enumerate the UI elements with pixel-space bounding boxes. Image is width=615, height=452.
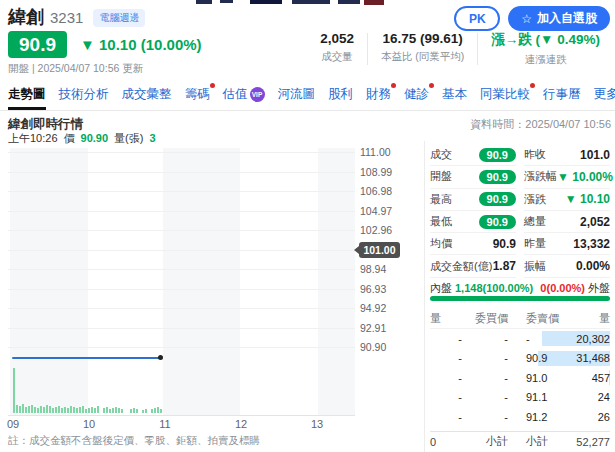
chart-x-axis-line (8, 415, 355, 416)
quote-row: 成交90.9 (430, 144, 516, 166)
volume-bar (109, 409, 111, 413)
ask-price: 91.2 (508, 411, 560, 423)
industry-badge[interactable]: 電腦週邊 (93, 9, 145, 27)
new-badge-dot (530, 83, 535, 88)
tab-籌碼[interactable]: 籌碼 (185, 86, 210, 110)
cutoff-nav-fragment (292, 0, 330, 4)
chart-hour-band (10, 148, 88, 415)
tab-走勢圖[interactable]: 走勢圖 (8, 86, 46, 110)
tab-估值[interactable]: 估值VIP (223, 86, 265, 110)
volume-bar (112, 408, 114, 413)
quote-row: 最高90.9 (430, 189, 516, 211)
volume-bar (46, 405, 48, 413)
ask-price: 91.1 (508, 391, 560, 403)
y-axis-tick: 102.96 (360, 224, 392, 236)
quote-row-label: 成交金額(億) (430, 259, 492, 274)
quote-row: 開盤90.9 (430, 166, 516, 188)
quote-column-left: 成交90.9開盤90.9最高90.9最低90.9均價90.9成交金額(億)1.8… (430, 144, 516, 278)
bid-subtotal-label: 小計 (462, 434, 508, 449)
volume-bar (73, 407, 75, 413)
quote-row-label: 總量 (524, 214, 546, 229)
chart-gridline (8, 289, 355, 290)
tab-更多...[interactable]: 更多... (594, 86, 615, 110)
chart-gridline (8, 152, 355, 153)
y-axis-tick: 104.97 (360, 205, 392, 217)
inner-outer-row: 內盤 1,148(100.00%) 0(0.00%) 外盤 (430, 281, 610, 296)
volume-bar (121, 409, 123, 413)
y-axis-tick: 108.99 (360, 166, 392, 178)
stock-header: 緯創 3231 電腦週邊 (8, 5, 145, 29)
bid-volume: - (430, 411, 462, 423)
pk-button[interactable]: PK (454, 6, 500, 31)
chart-gridline (8, 308, 355, 309)
order-book-row[interactable]: --91.0457 (430, 368, 610, 388)
tab-基本[interactable]: 基本 (442, 86, 467, 110)
volume-bar (28, 406, 30, 413)
stat-value: 漲→跌 (▼ 0.49%) (491, 31, 600, 49)
tab-河流圖[interactable]: 河流圖 (278, 86, 316, 110)
chart-y-axis: 111.00108.99106.98104.97102.96101.0098.9… (356, 148, 404, 388)
add-watchlist-button[interactable]: ☆ 加入自選股 (508, 6, 610, 31)
volume-bar (31, 405, 33, 413)
intraday-chart[interactable] (8, 148, 355, 415)
quote-row: 昨量13,332 (524, 233, 610, 255)
quote-row-label: 昨收 (524, 147, 546, 162)
ask-volume: 457 (560, 372, 610, 384)
outer-label: 外盤 (588, 281, 610, 296)
tab-技術分析[interactable]: 技術分析 (59, 86, 109, 110)
inner-label: 內盤 (430, 281, 452, 296)
y-axis-tick: 92.91 (360, 322, 386, 334)
bid-volume: - (430, 333, 462, 345)
order-book-header-cell: 量 (560, 311, 610, 326)
chart-gridline (8, 191, 355, 192)
chart-gridline (8, 230, 355, 231)
legend-time: 上午10:26 (8, 131, 58, 146)
last-price: 90.9 (8, 31, 67, 58)
y-axis-tick: 90.90 (360, 341, 386, 353)
quote-row-value-badge: 90.9 (479, 170, 516, 184)
order-book-row[interactable]: --91.124 (430, 388, 610, 408)
inner-value: 1,148(100.00%) (455, 282, 533, 294)
quote-row-label: 昨量 (524, 236, 546, 251)
volume-bar (52, 408, 54, 413)
cutoff-nav-fragment (364, 0, 384, 5)
stat-2: 16.75 (99.61)本益比 (同業平均) (368, 31, 477, 67)
y-axis-tick: 98.94 (360, 263, 386, 275)
chart-gridline (8, 250, 355, 251)
volume-bar (91, 407, 93, 413)
y-axis-tick: 106.98 (360, 185, 392, 197)
tab-同業比較[interactable]: 同業比較 (480, 86, 530, 110)
quote-row: 振幅0.00% (524, 255, 610, 277)
chart-x-axis: 0910111213 (8, 418, 355, 430)
tab-健診[interactable]: 健診 (404, 86, 429, 110)
volume-bar (49, 406, 51, 413)
x-axis-tick: 11 (153, 418, 177, 430)
chart-gridline (8, 211, 355, 212)
tab-成交彙整[interactable]: 成交彙整 (122, 86, 172, 110)
order-book-header-cell: 委買價 (462, 311, 508, 326)
legend-price-value: 90.90 (81, 132, 109, 144)
chart-data-time: 資料時間：2025/04/07 10:56 (470, 117, 611, 132)
volume-bar (130, 409, 132, 413)
volume-bar (76, 408, 78, 413)
tab-股利[interactable]: 股利 (328, 86, 353, 110)
volume-bar (94, 408, 96, 413)
quote-row-label: 漲跌幅 (524, 169, 557, 184)
price-line (12, 357, 160, 359)
order-book-row[interactable]: --91.226 (430, 407, 610, 427)
tab-財務[interactable]: 財務 (366, 86, 391, 110)
stock-name: 緯創 (8, 5, 44, 29)
legend-volume-value: 3 (149, 132, 155, 144)
bid-price: - (462, 333, 508, 345)
volume-bar (37, 408, 39, 413)
chart-legend: 上午10:26 價 90.90 量(張) 3 (8, 131, 156, 146)
order-book-table: 量委買價委賣價量---20,302--90.931,468--91.0457--… (430, 308, 610, 452)
bid-price: - (462, 352, 508, 364)
quote-row-value: 90.9 (493, 237, 516, 251)
market-status-line: 開盤 | 2025/04/07 10:56 更新 (8, 62, 143, 76)
order-book-row[interactable]: --90.931,468 (430, 349, 610, 369)
ask-volume: 20,302 (560, 333, 610, 345)
tab-行事曆[interactable]: 行事曆 (543, 86, 581, 110)
order-book-row[interactable]: ---20,302 (430, 329, 610, 349)
stat-value: 16.75 (99.61) (381, 31, 464, 46)
